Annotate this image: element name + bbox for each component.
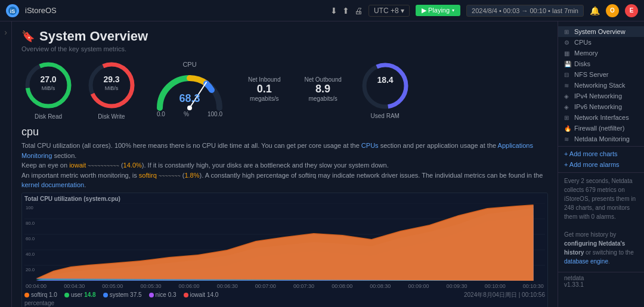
svg-text:27.0: 27.0 (40, 75, 56, 84)
topbar: iS iStoreOS ⬇ ⬆ 🖨 UTC +8 ▾ ▶ Playing ▾ 2… (0, 0, 644, 21)
disk-read-label: Disk Read (35, 113, 62, 120)
sidebar-item-ipv4[interactable]: ◈ IPv4 Networking (558, 91, 644, 101)
sidebar-info: Every 2 seconds, Netdata collects 679 me… (558, 172, 644, 269)
used-ram-label: Used RAM (371, 113, 400, 119)
cpu-gauge: CPU 68.3 0.0 % (154, 61, 225, 117)
disk-write-gauge: 29.3 MiB/s Disk Write (85, 58, 138, 120)
svg-text:80.0: 80.0 (26, 220, 35, 225)
topbar-icons: ⬇ ⬆ 🖨 (330, 6, 363, 15)
chart-title: Total CPU utilization (system.cpu) (24, 196, 545, 202)
user-badge-1[interactable]: O (606, 4, 619, 17)
sidebar-item-memory[interactable]: ▦ Memory (558, 48, 644, 58)
time-range[interactable]: 2024/8/4 • 00:03 → 00:10 • last 7min (466, 5, 584, 17)
nfs-icon: ⊟ (564, 72, 571, 78)
iowait-text: iowait (69, 162, 86, 169)
cpu-description: Total CPU utilization (all cores). 100% … (21, 141, 548, 190)
memory-icon: ▦ (564, 50, 571, 57)
kernel-doc-link[interactable]: kernel documentation (21, 181, 84, 188)
legend-nice: nice 0.3 (149, 291, 177, 299)
cpu-heading: cpu (21, 126, 548, 138)
disks-icon: 💾 (564, 61, 571, 67)
net-interfaces-icon: ⊞ (564, 114, 571, 121)
time-labels: 00:04:0000:04:3000:05:0000:05:30 00:06:0… (24, 283, 545, 289)
notification-icon[interactable]: 🔔 (590, 6, 600, 15)
app-logo: iS (6, 4, 19, 17)
download-icon[interactable]: ⬇ (330, 6, 338, 15)
softirq-text: softirq (139, 172, 157, 179)
networking-stack-icon: ≋ (564, 82, 571, 89)
left-collapse-button[interactable]: › (0, 21, 12, 307)
cpu-label: CPU (182, 61, 196, 68)
right-sidebar: ⊞ System Overview ⚙ CPUs ▦ Memory 💾 Disk… (558, 21, 644, 307)
chart-timestamp: 2024年8月04日周日 | 00:10:56 (225, 291, 545, 299)
svg-text:40.0: 40.0 (26, 251, 35, 256)
netdata-icon: ≋ (564, 136, 571, 142)
playing-arrow: ▾ (452, 8, 454, 13)
cpu-section: cpu Total CPU utilization (all cores). 1… (12, 123, 558, 307)
firewall-icon: 🔥 (564, 125, 571, 132)
sidebar-item-ipv6[interactable]: ◈ IPv6 Networking (558, 101, 644, 112)
cpu-chart-area: Total CPU utilization (system.cpu) 100 8… (21, 193, 548, 308)
svg-text:MiB/s: MiB/s (105, 85, 119, 91)
legend-softirq: softirq 1.0 (24, 291, 57, 299)
chart-legend: softirq 1.0 user 14.8 system 37.5 nice 0… (24, 291, 545, 299)
legend-user: user 14.8 (64, 291, 96, 299)
legend-system: system 37.5 (103, 291, 142, 299)
sidebar-item-firewall[interactable]: 🔥 Firewall (netfilter) (558, 123, 644, 134)
cpu-range: 0.0 % 100.0 (157, 111, 222, 117)
svg-text:100: 100 (26, 204, 34, 210)
user-badge-2[interactable]: E (625, 4, 638, 17)
svg-text:iS: iS (10, 8, 16, 14)
sidebar-item-netdata[interactable]: ≋ Netdata Monitoring (558, 134, 644, 144)
add-alarms-button[interactable]: + Add more alarms (558, 159, 644, 170)
bookmark-icon: 🔖 (21, 30, 35, 43)
cpus-icon: ⚙ (564, 39, 571, 46)
page-header: 🔖 System Overview Overview of the key sy… (12, 21, 558, 55)
svg-marker-30 (36, 204, 533, 281)
sidebar-item-net-interfaces[interactable]: ⊞ Network Interfaces (558, 112, 644, 123)
sidebar-item-system-overview[interactable]: ⊞ System Overview (558, 26, 644, 37)
used-ram-gauge: 18.4 Used RAM (358, 59, 412, 119)
collapse-icon: › (4, 27, 7, 37)
net-inbound: Net Inbound 0.1 megabits/s (241, 76, 288, 102)
cpus-link[interactable]: CPUs (361, 142, 379, 149)
add-charts-button[interactable]: + Add more charts (558, 148, 644, 159)
netdata-version: netdata v1.33.1 (558, 272, 644, 290)
disk-read-gauge: 27.0 MiB/s Disk Read (21, 58, 75, 120)
svg-text:18.4: 18.4 (377, 75, 393, 85)
sidebar-item-disks[interactable]: 💾 Disks (558, 58, 644, 69)
cpu-chart-svg: 100 80.0 60.0 40.0 20.0 (24, 203, 545, 281)
metrics-row: 27.0 MiB/s Disk Read 29.3 MiB/s Disk Wri… (12, 55, 558, 123)
legend-iowait: iowait 14.0 (184, 291, 219, 299)
svg-text:60.0: 60.0 (26, 235, 35, 241)
ipv6-icon: ◈ (564, 104, 571, 110)
system-overview-icon: ⊞ (564, 29, 571, 35)
page-subtitle: Overview of the key system metrics. (21, 45, 548, 52)
database-engine-link[interactable]: database engine (564, 258, 608, 265)
disk-write-label: Disk Write (98, 113, 125, 120)
svg-text:29.3: 29.3 (103, 75, 119, 84)
sidebar-item-nfs[interactable]: ⊟ NFS Server (558, 69, 644, 80)
sidebar-item-networking-stack[interactable]: ≋ Networking Stack (558, 80, 644, 91)
upload-icon[interactable]: ⬆ (342, 6, 349, 15)
timezone-selector[interactable]: UTC +8 ▾ (369, 5, 410, 17)
page-title: 🔖 System Overview (21, 29, 548, 44)
ipv4-icon: ◈ (564, 93, 571, 100)
svg-text:20.0: 20.0 (26, 266, 35, 272)
sidebar-item-cpus[interactable]: ⚙ CPUs (558, 37, 644, 48)
print-icon[interactable]: 🖨 (354, 6, 363, 15)
percentage-label: percentage (24, 300, 545, 306)
net-outbound: Net Outbound 8.9 megabits/s (298, 76, 349, 102)
playing-button[interactable]: ▶ Playing ▾ (416, 5, 460, 16)
app-title: iStoreOS (25, 6, 57, 15)
svg-text:68.3: 68.3 (179, 92, 200, 104)
svg-text:MiB/s: MiB/s (42, 85, 55, 91)
svg-point-11 (187, 106, 192, 110)
